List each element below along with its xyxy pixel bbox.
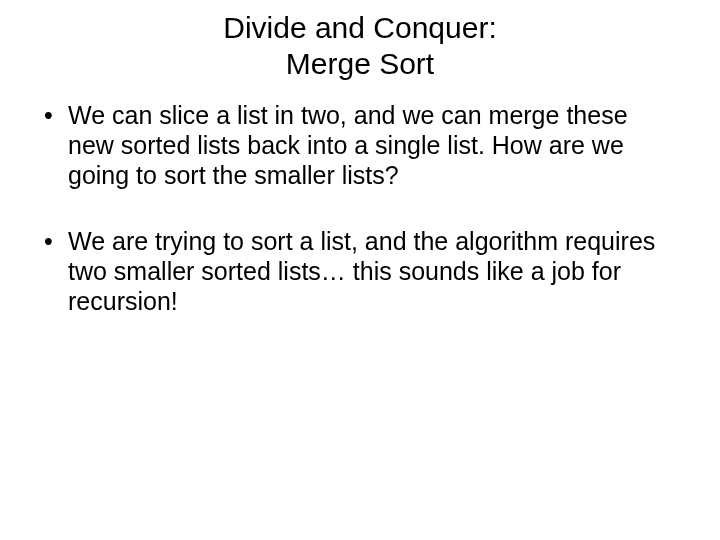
title-line-1: Divide and Conquer: — [40, 10, 680, 46]
slide-title: Divide and Conquer: Merge Sort — [40, 10, 680, 82]
bullet-item: We can slice a list in two, and we can m… — [40, 100, 680, 190]
title-line-2: Merge Sort — [40, 46, 680, 82]
bullet-item: We are trying to sort a list, and the al… — [40, 226, 680, 316]
bullet-list: We can slice a list in two, and we can m… — [40, 100, 680, 316]
slide: Divide and Conquer: Merge Sort We can sl… — [0, 0, 720, 540]
